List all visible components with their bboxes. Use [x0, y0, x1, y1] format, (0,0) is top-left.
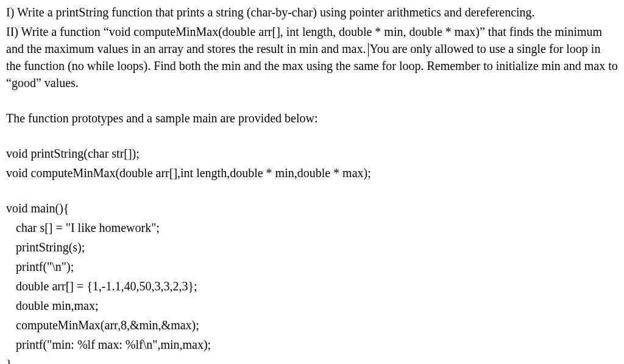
code-line-4-text: printf("\n");: [16, 260, 74, 273]
code-line-3-text: printString(s);: [16, 240, 85, 254]
blank-line: [6, 184, 618, 200]
code-line-1-text: void main(){: [6, 201, 69, 215]
code-line-7: computeMinMax(arr,8,&min,&max);: [6, 317, 618, 334]
code-line-8-text: printf("min: %lf max: %lf\n",min,max);: [16, 338, 211, 351]
prototype-1: void printString(char str[]);: [6, 145, 618, 162]
prototypes-intro-text: The function prototypes and a sample mai…: [6, 111, 318, 125]
code-line-1: void main(){: [6, 200, 618, 217]
problem-2: II) Write a function “void computeMinMax…: [6, 23, 618, 91]
document-body: I) Write a printString function that pri…: [6, 4, 618, 364]
code-line-9-text: }: [6, 357, 12, 364]
code-line-8: printf("min: %lf max: %lf\n",min,max);: [6, 336, 618, 353]
code-line-2-text: char s[] = "I like homework";: [16, 221, 160, 234]
prototype-2: void computeMinMax(double arr[],int leng…: [6, 164, 618, 181]
code-line-5-text: double arr[] = {1,-1.1,40,50,3,3,2,3};: [16, 279, 197, 293]
code-line-3: printString(s);: [6, 239, 618, 256]
code-line-6-text: double min,max;: [16, 299, 99, 312]
blank-line: [6, 94, 618, 110]
code-line-4: printf("\n");: [6, 258, 618, 275]
problem-1-text: I) Write a printString function that pri…: [6, 5, 535, 19]
code-line-5: double arr[] = {1,-1.1,40,50,3,3,2,3};: [6, 278, 618, 295]
code-line-7-text: computeMinMax(arr,8,&min,&max);: [16, 318, 199, 332]
prototype-2-text: void computeMinMax(double arr[],int leng…: [6, 166, 371, 180]
problem-1: I) Write a printString function that pri…: [6, 4, 618, 21]
code-line-9: }: [6, 355, 618, 364]
blank-line: [6, 129, 618, 145]
prototype-1-text: void printString(char str[]);: [6, 147, 140, 160]
code-line-2: char s[] = "I like homework";: [6, 219, 618, 236]
code-line-6: double min,max;: [6, 297, 618, 314]
prototypes-intro: The function prototypes and a sample mai…: [6, 110, 618, 127]
